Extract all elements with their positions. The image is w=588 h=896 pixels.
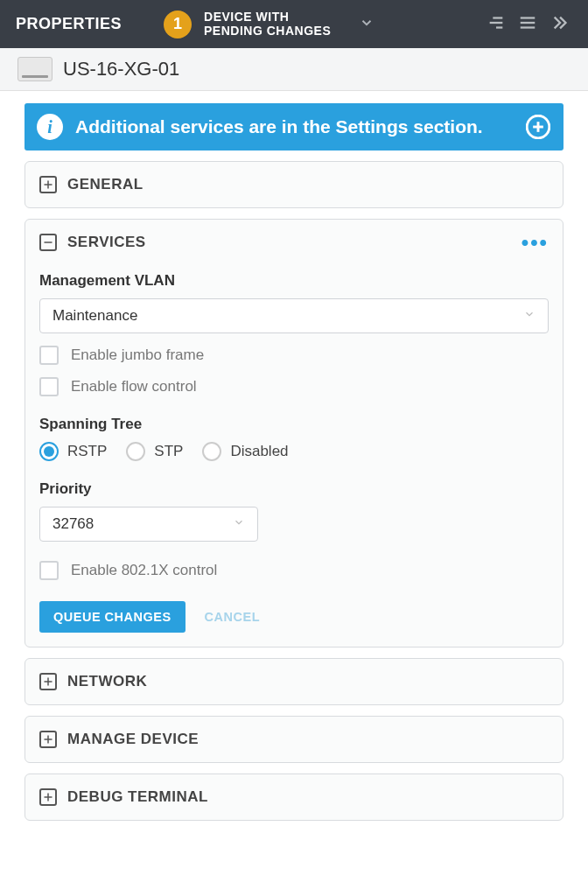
spanning-tree-radio-group: RSTP STP Disabled [39, 442, 549, 461]
panel-services-header[interactable]: SERVICES ••• [25, 220, 563, 265]
panel-services: SERVICES ••• Management VLAN Maintenance… [24, 219, 564, 648]
chevron-down-icon[interactable] [359, 15, 374, 34]
top-bar: PROPERTIES 1 DEVICE WITH PENDING CHANGES [0, 0, 588, 48]
info-banner-text: Additional services are in the Settings … [75, 116, 513, 137]
radio-disabled[interactable]: Disabled [202, 442, 288, 461]
action-buttons: QUEUE CHANGES CANCEL [39, 601, 549, 633]
flow-control-row[interactable]: Enable flow control [39, 377, 549, 396]
device-bar: US-16-XG-01 [0, 48, 588, 91]
dot1x-checkbox[interactable] [39, 561, 59, 580]
pending-count-badge: 1 [164, 10, 192, 38]
jumbo-frame-row[interactable]: Enable jumbo frame [39, 346, 549, 365]
pending-changes-indicator[interactable]: 1 DEVICE WITH PENDING CHANGES [164, 10, 374, 38]
jumbo-frame-label: Enable jumbo frame [71, 346, 204, 364]
jumbo-frame-checkbox[interactable] [39, 346, 59, 365]
device-icon [18, 57, 52, 81]
panel-general-header[interactable]: GENERAL [25, 162, 563, 207]
expand-icon [39, 176, 57, 193]
queue-changes-button[interactable]: QUEUE CHANGES [39, 601, 186, 633]
expand-icon [39, 673, 57, 690]
flow-control-checkbox[interactable] [39, 377, 59, 396]
panel-network-title: NETWORK [67, 673, 147, 690]
panel-debug-terminal: DEBUG TERMINAL [24, 774, 564, 821]
chevron-down-icon [523, 307, 536, 325]
panel-network: NETWORK [24, 658, 564, 705]
mgmt-vlan-value: Maintenance [52, 307, 137, 325]
radio-disabled-input[interactable] [202, 442, 221, 461]
radio-rstp-input[interactable] [39, 442, 59, 461]
info-banner: i Additional services are in the Setting… [24, 103, 564, 150]
mgmt-vlan-label: Management VLAN [39, 272, 549, 290]
panel-manage-device: MANAGE DEVICE [24, 716, 564, 763]
align-right-icon[interactable] [486, 13, 506, 36]
content-area: i Additional services are in the Setting… [0, 91, 588, 833]
priority-label: Priority [39, 480, 549, 498]
radio-stp-input[interactable] [126, 442, 145, 461]
device-name: US-16-XG-01 [63, 58, 179, 80]
panel-manage-header[interactable]: MANAGE DEVICE [25, 717, 563, 762]
expand-icon [39, 731, 57, 748]
cancel-button[interactable]: CANCEL [205, 610, 260, 624]
priority-value: 32768 [52, 515, 94, 533]
menu-icon[interactable] [518, 13, 537, 36]
panel-services-title: SERVICES [67, 234, 146, 251]
dot1x-row[interactable]: Enable 802.1X control [39, 561, 549, 580]
panel-network-header[interactable]: NETWORK [25, 659, 563, 704]
radio-stp[interactable]: STP [126, 442, 183, 461]
panel-debug-header[interactable]: DEBUG TERMINAL [25, 774, 563, 820]
flow-control-label: Enable flow control [71, 378, 197, 396]
priority-select[interactable]: 32768 [39, 507, 258, 542]
panel-manage-title: MANAGE DEVICE [67, 731, 199, 748]
radio-rstp[interactable]: RSTP [39, 442, 107, 461]
spanning-tree-label: Spanning Tree [39, 416, 549, 433]
collapse-icon [39, 234, 57, 251]
pending-text: DEVICE WITH PENDING CHANGES [204, 10, 331, 38]
panel-general: GENERAL [24, 161, 564, 208]
add-service-button[interactable] [525, 114, 551, 140]
mgmt-vlan-select[interactable]: Maintenance [39, 298, 549, 333]
page-title: PROPERTIES [16, 15, 122, 33]
panel-general-title: GENERAL [67, 176, 144, 193]
dot1x-label: Enable 802.1X control [71, 562, 217, 579]
chevron-down-icon [233, 515, 245, 533]
panel-services-body: Management VLAN Maintenance Enable jumbo… [25, 272, 563, 647]
collapse-icon[interactable] [550, 13, 572, 36]
info-icon: i [37, 114, 63, 140]
expand-icon [39, 788, 57, 806]
top-icon-group [486, 13, 572, 36]
panel-debug-title: DEBUG TERMINAL [67, 788, 208, 806]
